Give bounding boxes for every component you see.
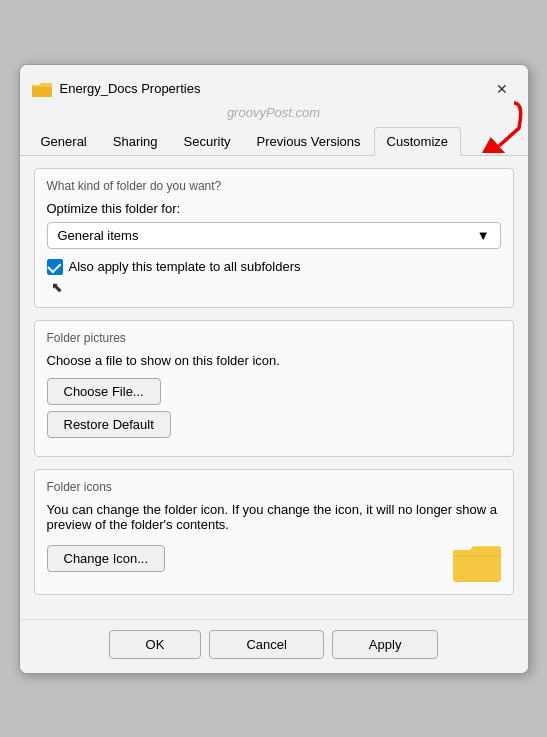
subfolder-checkbox-row: Also apply this template to all subfolde… <box>47 259 501 275</box>
tab-general[interactable]: General <box>28 127 100 156</box>
dropdown-value: General items <box>58 228 139 243</box>
optimize-label: Optimize this folder for: <box>47 201 501 216</box>
restore-default-button[interactable]: Restore Default <box>47 411 171 438</box>
folder-pictures-title: Folder pictures <box>47 331 501 345</box>
change-icon-button[interactable]: Change Icon... <box>47 545 166 572</box>
window-title: Energy_Docs Properties <box>60 81 201 96</box>
subfolder-checkbox[interactable] <box>47 259 63 275</box>
folder-icons-desc: You can change the folder icon. If you c… <box>47 502 501 532</box>
folder-icons-title: Folder icons <box>47 480 501 494</box>
folder-icons-section: Folder icons You can change the folder i… <box>34 469 514 595</box>
svg-rect-7 <box>453 556 499 580</box>
dropdown-arrow-icon: ▼ <box>477 228 490 243</box>
properties-window: Energy_Docs Properties ✕ groovyPost.com … <box>19 64 529 674</box>
apply-button[interactable]: Apply <box>332 630 439 659</box>
tab-bar: General Sharing Security Previous Versio… <box>20 126 528 156</box>
tab-security[interactable]: Security <box>171 127 244 156</box>
title-bar-left: Energy_Docs Properties <box>32 81 201 97</box>
folder-pictures-desc: Choose a file to show on this folder ico… <box>47 353 501 368</box>
cursor-icon: ⬉ <box>51 279 501 295</box>
main-content: What kind of folder do you want? Optimiz… <box>20 156 528 619</box>
tab-customize[interactable]: Customize <box>374 127 461 156</box>
tab-previous-versions[interactable]: Previous Versions <box>244 127 374 156</box>
svg-rect-2 <box>32 87 52 97</box>
choose-file-button[interactable]: Choose File... <box>47 378 161 405</box>
folder-preview-icon <box>453 542 501 582</box>
folder-type-section: What kind of folder do you want? Optimiz… <box>34 168 514 308</box>
ok-button[interactable]: OK <box>109 630 202 659</box>
folder-icons-row: Change Icon... <box>47 542 501 582</box>
tab-sharing[interactable]: Sharing <box>100 127 171 156</box>
folder-pictures-section: Folder pictures Choose a file to show on… <box>34 320 514 457</box>
bottom-buttons: OK Cancel Apply <box>20 619 528 673</box>
folder-icon-title <box>32 81 52 97</box>
folder-type-title: What kind of folder do you want? <box>47 179 501 193</box>
cancel-button[interactable]: Cancel <box>209 630 323 659</box>
subfolder-checkbox-label: Also apply this template to all subfolde… <box>69 259 301 274</box>
optimize-dropdown[interactable]: General items ▼ <box>47 222 501 249</box>
